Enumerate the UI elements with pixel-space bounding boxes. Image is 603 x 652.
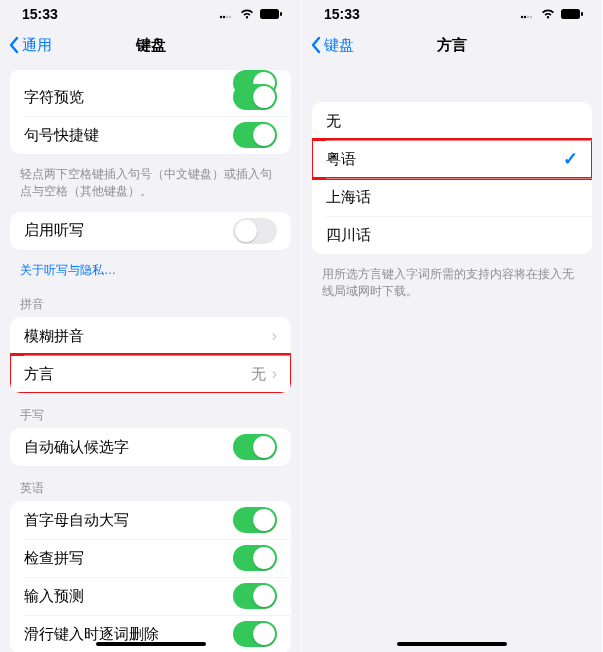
chevron-left-icon (310, 36, 322, 54)
svg-point-6 (521, 16, 523, 18)
label: 首字母自动大写 (24, 511, 129, 530)
svg-point-7 (524, 16, 526, 18)
svg-point-8 (527, 16, 529, 18)
nav-bar: 通用 键盘 (0, 28, 301, 62)
english-header: 英语 (0, 474, 301, 501)
option-cantonese[interactable]: 粤语 ✓ (312, 140, 592, 178)
row-slide-delete[interactable]: 滑行键入时逐词删除 (10, 615, 291, 652)
row-dictation[interactable]: 启用听写 (10, 212, 291, 250)
cellular-icon (219, 9, 235, 19)
status-icons (520, 8, 584, 20)
label: 无 (326, 112, 341, 131)
chevron-right-icon: › (272, 327, 277, 345)
toggle-check-spelling[interactable] (233, 545, 277, 571)
wifi-icon (540, 8, 556, 20)
group-handwriting: 自动确认候选字 (10, 428, 291, 466)
row-predictive[interactable]: 输入预测 (10, 577, 291, 615)
label: 四川话 (326, 226, 371, 245)
keyboard-settings-screen: 15:33 通用 键盘 字符预览 (0, 0, 301, 652)
status-time: 15:33 (324, 6, 360, 22)
back-label: 键盘 (324, 36, 354, 55)
group-dictation: 启用听写 (10, 212, 291, 250)
option-none[interactable]: 无 (312, 102, 592, 140)
dictation-privacy-link[interactable]: 关于听写与隐私… (0, 258, 301, 291)
row-auto-confirm[interactable]: 自动确认候选字 (10, 428, 291, 466)
svg-rect-4 (260, 9, 279, 19)
back-label: 通用 (22, 36, 52, 55)
group-typing: 字符预览 句号快捷键 (10, 78, 291, 154)
pinyin-header: 拼音 (0, 290, 301, 317)
chevron-right-icon: › (272, 365, 277, 383)
page-title: 键盘 (136, 36, 166, 55)
label: 句号快捷键 (24, 126, 99, 145)
row-auto-cap[interactable]: 首字母自动大写 (10, 501, 291, 539)
status-bar: 15:33 (302, 0, 602, 28)
svg-rect-10 (561, 9, 580, 19)
battery-icon (560, 8, 584, 20)
home-indicator[interactable] (96, 642, 206, 646)
label: 输入预测 (24, 587, 84, 606)
toggle-predictive[interactable] (233, 583, 277, 609)
svg-point-2 (226, 16, 228, 18)
partial-row (10, 70, 291, 78)
group-dialects: 无 粤语 ✓ 上海话 四川话 (312, 102, 592, 254)
dialect-footer: 用所选方言键入字词所需的支持内容将在接入无线局域网时下载。 (302, 262, 602, 312)
back-button[interactable]: 键盘 (310, 36, 354, 55)
toggle-slide-delete[interactable] (233, 621, 277, 647)
svg-point-9 (530, 16, 532, 18)
back-button[interactable]: 通用 (8, 36, 52, 55)
svg-rect-5 (280, 12, 282, 16)
toggle-auto-cap[interactable] (233, 507, 277, 533)
row-check-spelling[interactable]: 检查拼写 (10, 539, 291, 577)
svg-point-0 (220, 16, 222, 18)
row-period-shortcut[interactable]: 句号快捷键 (10, 116, 291, 154)
option-sichuanese[interactable]: 四川话 (312, 216, 592, 254)
status-time: 15:33 (22, 6, 58, 22)
content: 无 粤语 ✓ 上海话 四川话 用所选方言键入字词所需的支持内容将在接入无线局域网… (302, 62, 602, 312)
label: 上海话 (326, 188, 371, 207)
svg-rect-11 (581, 12, 583, 16)
cellular-icon (520, 9, 536, 19)
nav-bar: 键盘 方言 (302, 28, 602, 62)
checkmark-icon: ✓ (563, 148, 578, 170)
row-fuzzy-pinyin[interactable]: 模糊拼音 › (10, 317, 291, 355)
battery-icon (259, 8, 283, 20)
label: 粤语 (326, 150, 356, 169)
label: 启用听写 (24, 221, 84, 240)
option-shanghainese[interactable]: 上海话 (312, 178, 592, 216)
page-title: 方言 (437, 36, 467, 55)
period-footer: 轻点两下空格键插入句号（中文键盘）或插入句点与空格（其他键盘）。 (0, 162, 301, 212)
handwriting-header: 手写 (0, 401, 301, 428)
home-indicator[interactable] (397, 642, 507, 646)
status-icons (219, 8, 283, 20)
wifi-icon (239, 8, 255, 20)
status-bar: 15:33 (0, 0, 301, 28)
toggle-auto-confirm[interactable] (233, 434, 277, 460)
group-pinyin: 模糊拼音 › 方言 无 › (10, 317, 291, 393)
label: 字符预览 (24, 88, 84, 107)
label: 检查拼写 (24, 549, 84, 568)
dialect-settings-screen: 15:33 键盘 方言 无 粤语 (301, 0, 602, 652)
row-dialect[interactable]: 方言 无 › (10, 355, 291, 393)
group-english: 首字母自动大写 检查拼写 输入预测 滑行键入时逐词删除 (10, 501, 291, 652)
toggle-char-preview[interactable] (233, 84, 277, 110)
toggle-dictation[interactable] (233, 218, 277, 244)
label: 方言 (24, 365, 54, 384)
chevron-left-icon (8, 36, 20, 54)
content: 字符预览 句号快捷键 轻点两下空格键插入句号（中文键盘）或插入句点与空格（其他键… (0, 62, 301, 652)
label: 模糊拼音 (24, 327, 84, 346)
svg-point-1 (223, 16, 225, 18)
toggle-period-shortcut[interactable] (233, 122, 277, 148)
row-char-preview[interactable]: 字符预览 (10, 78, 291, 116)
label: 自动确认候选字 (24, 438, 129, 457)
svg-point-3 (229, 16, 231, 18)
dialect-value: 无 (251, 365, 266, 384)
